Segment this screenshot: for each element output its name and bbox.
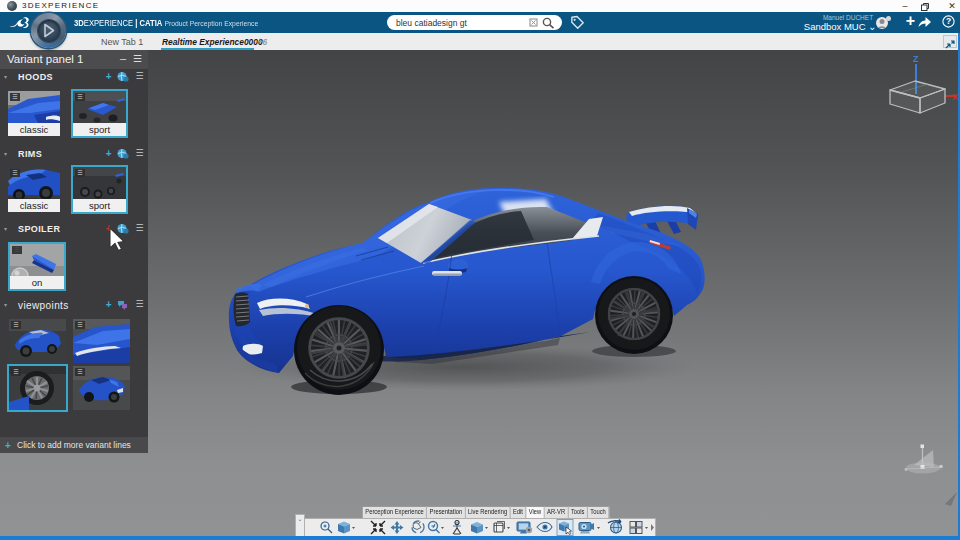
svg-text:?: ? — [946, 16, 951, 26]
svg-text:Z: Z — [913, 54, 919, 64]
